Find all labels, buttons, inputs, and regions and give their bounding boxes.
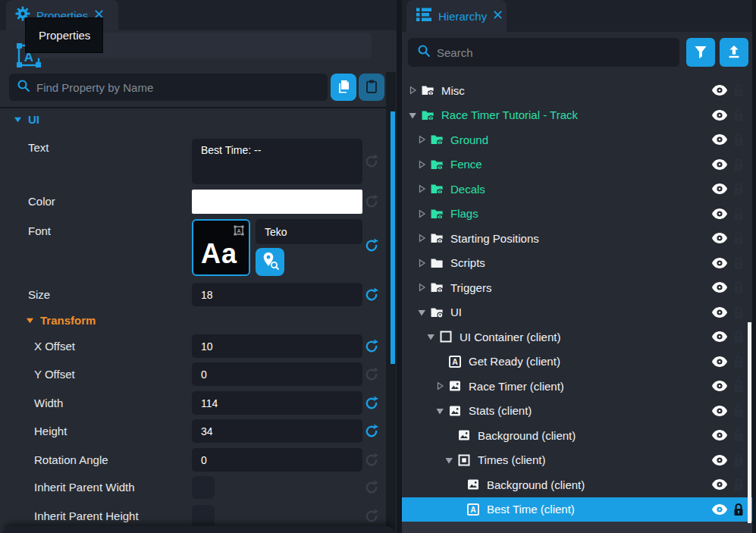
find-property-input[interactable]	[36, 81, 320, 94]
section-header-ui[interactable]: UI	[14, 113, 39, 126]
reset-icon[interactable]	[363, 479, 380, 496]
properties-scrollbar-thumb[interactable]	[391, 111, 395, 364]
lock-icon[interactable]	[733, 306, 744, 319]
tree-item-best-time-client[interactable]: ABest Time (client)	[402, 497, 752, 522]
copy-properties-button[interactable]	[331, 74, 356, 101]
tree-item-scripts[interactable]: Scripts	[402, 251, 752, 276]
reset-icon[interactable]	[363, 153, 380, 170]
tree-item-fence[interactable]: Fence	[402, 152, 752, 177]
eye-icon[interactable]	[711, 429, 728, 441]
tree-item-ground[interactable]: Ground	[402, 127, 752, 152]
tree-item-get-ready-client[interactable]: AGet Ready (client)	[402, 350, 752, 375]
tree-item-times-client[interactable]: Times (client)	[402, 448, 752, 473]
lock-icon[interactable]	[733, 83, 744, 97]
eye-icon[interactable]	[711, 158, 728, 171]
lock-icon[interactable]	[733, 158, 744, 171]
eye-icon[interactable]	[711, 331, 728, 343]
eye-icon[interactable]	[711, 208, 728, 220]
reset-icon[interactable]	[363, 287, 380, 303]
hierarchy-search-field[interactable]	[408, 38, 679, 67]
expand-arrow-icon[interactable]	[434, 380, 446, 392]
reset-icon[interactable]	[363, 423, 380, 440]
collapse-arrow-icon[interactable]	[406, 109, 419, 121]
font-name-field[interactable]	[256, 219, 362, 244]
expand-arrow-icon[interactable]	[416, 232, 428, 244]
section-header-transform[interactable]: Transform	[26, 314, 96, 327]
font-preview-box[interactable]: A Aa	[192, 219, 250, 276]
eye-icon[interactable]	[711, 183, 728, 195]
eye-icon[interactable]	[711, 306, 728, 318]
tree-item-stats-client[interactable]: Stats (client)	[402, 399, 752, 424]
eye-icon[interactable]	[711, 84, 728, 96]
property-input-size[interactable]	[192, 283, 362, 306]
tree-item-race-timer-tutorial-track[interactable]: Race Timer Tutorial - Track	[402, 103, 752, 128]
tree-item-misc[interactable]: Misc	[402, 78, 752, 103]
tab-hierarchy[interactable]: Hierarchy	[406, 0, 507, 32]
expand-arrow-icon[interactable]	[416, 133, 428, 146]
eye-icon[interactable]	[711, 109, 728, 121]
publish-button[interactable]	[720, 38, 748, 67]
reset-icon[interactable]	[363, 452, 380, 469]
lock-icon[interactable]	[733, 133, 744, 146]
lock-icon[interactable]	[733, 404, 744, 418]
eye-icon[interactable]	[711, 454, 728, 466]
eye-icon[interactable]	[711, 281, 728, 293]
lock-icon[interactable]	[733, 503, 744, 516]
filter-button[interactable]	[686, 38, 715, 67]
collapse-arrow-icon[interactable]	[434, 405, 446, 417]
collapse-arrow-icon[interactable]	[443, 454, 455, 466]
collapse-arrow-icon[interactable]	[425, 331, 437, 343]
lock-icon[interactable]	[733, 355, 744, 368]
eye-icon[interactable]	[711, 503, 728, 516]
reset-icon[interactable]	[363, 237, 380, 254]
tree-item-decals[interactable]: Decals	[402, 177, 752, 202]
reset-icon[interactable]	[363, 508, 380, 525]
expand-arrow-icon[interactable]	[416, 208, 428, 220]
font-picker-button[interactable]	[256, 248, 284, 276]
eye-icon[interactable]	[711, 478, 728, 491]
expand-arrow-icon[interactable]	[416, 281, 428, 293]
tree-item-race-timer-client[interactable]: Race Timer (client)	[402, 374, 752, 399]
paste-properties-button[interactable]	[359, 74, 384, 101]
lock-icon[interactable]	[733, 453, 744, 467]
property-input-height[interactable]	[192, 419, 362, 443]
hierarchy-search-input[interactable]	[437, 46, 670, 59]
collapse-arrow-icon[interactable]	[416, 306, 428, 318]
property-input-x-offset[interactable]	[192, 334, 362, 358]
property-textarea-text[interactable]	[192, 139, 362, 184]
reset-icon[interactable]	[363, 193, 380, 210]
eye-icon[interactable]	[711, 232, 728, 244]
lock-icon[interactable]	[733, 231, 744, 245]
tree-item-ui[interactable]: UI	[402, 300, 752, 325]
tree-item-background-client[interactable]: Background (client)	[402, 423, 752, 448]
checkbox-inherit-parent-height[interactable]	[192, 505, 215, 528]
expand-arrow-icon[interactable]	[406, 84, 419, 96]
lock-icon[interactable]	[733, 478, 744, 491]
expand-arrow-icon[interactable]	[416, 257, 428, 269]
lock-icon[interactable]	[733, 256, 744, 270]
lock-icon[interactable]	[733, 428, 744, 442]
lock-icon[interactable]	[733, 182, 744, 196]
eye-icon[interactable]	[711, 380, 728, 392]
tree-item-starting-positions[interactable]: Starting Positions	[402, 226, 752, 251]
eye-icon[interactable]	[711, 257, 728, 269]
reset-icon[interactable]	[363, 338, 380, 355]
lock-icon[interactable]	[733, 281, 744, 294]
lock-icon[interactable]	[733, 379, 744, 393]
checkbox-inherit-parent-width[interactable]	[192, 476, 215, 499]
eye-icon[interactable]	[711, 356, 728, 368]
tree-item-ui-container-client[interactable]: UI Container (client)	[402, 325, 752, 350]
eye-icon[interactable]	[711, 133, 728, 146]
eye-icon[interactable]	[711, 405, 728, 417]
reset-icon[interactable]	[363, 395, 380, 412]
property-input-rotation-angle[interactable]	[192, 448, 362, 472]
expand-arrow-icon[interactable]	[416, 183, 428, 195]
lock-icon[interactable]	[733, 108, 744, 122]
color-swatch[interactable]	[192, 190, 362, 214]
property-input-width[interactable]	[192, 391, 362, 415]
tree-item-flags[interactable]: Flags	[402, 202, 752, 227]
expand-arrow-icon[interactable]	[416, 158, 428, 171]
lock-icon[interactable]	[733, 207, 744, 221]
find-property-field[interactable]	[9, 74, 328, 101]
lock-icon[interactable]	[733, 330, 744, 343]
